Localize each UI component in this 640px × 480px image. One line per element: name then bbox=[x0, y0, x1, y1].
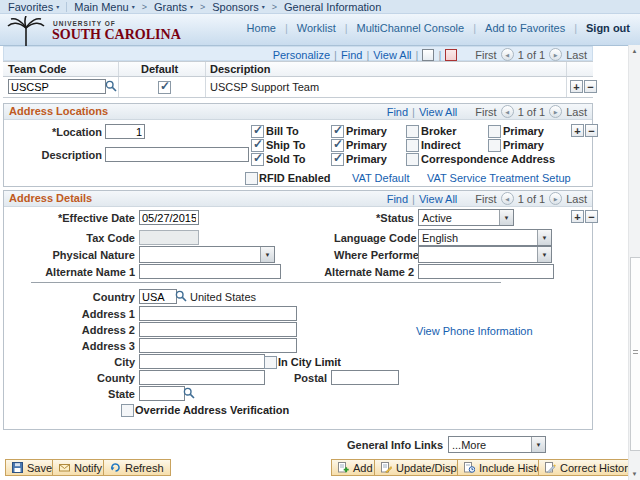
indirect-primary-checkbox[interactable] bbox=[488, 139, 501, 152]
scrollbar-thumb[interactable] bbox=[630, 257, 640, 451]
language-code-value: English bbox=[419, 230, 537, 245]
add-row-button[interactable]: + bbox=[570, 80, 583, 93]
vat-service-treatment-setup-link[interactable]: VAT Service Treatment Setup bbox=[427, 172, 571, 184]
home-link[interactable]: Home bbox=[247, 22, 276, 34]
effective-date-input[interactable] bbox=[139, 210, 199, 225]
vat-default-link[interactable]: VAT Default bbox=[352, 172, 409, 184]
in-city-limit-checkbox[interactable] bbox=[264, 356, 277, 369]
support-teams-toolbar: Personalize | Find | View All | | First … bbox=[3, 46, 593, 61]
postal-input[interactable] bbox=[331, 370, 399, 385]
description-input[interactable] bbox=[105, 147, 249, 162]
rfid-enabled-label: RFID Enabled bbox=[259, 172, 331, 184]
multichannel-console-link[interactable]: MultiChannel Console bbox=[357, 22, 465, 34]
search-icon[interactable] bbox=[105, 80, 117, 92]
refresh-icon bbox=[110, 462, 121, 473]
address-details-header: Address Details Find | View All First ◀ … bbox=[4, 191, 592, 207]
notify-button[interactable]: Notify bbox=[52, 459, 109, 476]
find-link[interactable]: Find bbox=[387, 106, 408, 118]
correct-history-button-label: Correct History bbox=[560, 462, 633, 474]
scroll-up-icon[interactable]: ▲ bbox=[629, 45, 640, 57]
country-input[interactable] bbox=[139, 289, 177, 304]
delete-row-button[interactable]: − bbox=[584, 80, 597, 93]
vertical-scrollbar[interactable]: ▲ ▼ bbox=[628, 45, 640, 480]
city-label: City bbox=[35, 356, 135, 368]
broker-primary-checkbox[interactable] bbox=[488, 125, 501, 138]
where-performed-value bbox=[419, 247, 537, 262]
alternate-name-1-input[interactable] bbox=[139, 264, 281, 279]
physical-nature-select[interactable]: ▼ bbox=[139, 246, 275, 263]
correct-history-button[interactable]: Correct History bbox=[538, 459, 640, 476]
search-icon[interactable] bbox=[175, 290, 187, 302]
refresh-button-label: Refresh bbox=[125, 462, 164, 474]
search-icon[interactable] bbox=[183, 387, 195, 399]
indirect-checkbox[interactable] bbox=[406, 139, 419, 152]
sign-out-link[interactable]: Sign out bbox=[586, 22, 630, 34]
country-display-name: United States bbox=[190, 291, 256, 303]
next-row-icon[interactable]: ▶ bbox=[549, 105, 562, 118]
where-performed-select[interactable]: ▼ bbox=[418, 246, 552, 263]
location-input[interactable] bbox=[105, 124, 145, 139]
breadcrumb-main-menu[interactable]: Main Menu ▾ bbox=[74, 1, 134, 13]
scroll-down-icon[interactable]: ▼ bbox=[629, 468, 640, 480]
status-select[interactable]: Active ▼ bbox=[418, 209, 514, 226]
worklist-link[interactable]: Worklist bbox=[297, 22, 336, 34]
country-label: Country bbox=[35, 291, 135, 303]
personalize-link[interactable]: Personalize bbox=[273, 49, 330, 61]
state-input[interactable] bbox=[139, 386, 185, 401]
previous-row-icon[interactable]: ◀ bbox=[501, 192, 514, 205]
previous-row-icon[interactable]: ◀ bbox=[501, 105, 514, 118]
header-links: Home | Worklist | MultiChannel Console |… bbox=[247, 22, 630, 34]
breadcrumb-favorites[interactable]: Favorites ▾ bbox=[8, 1, 59, 13]
find-link[interactable]: Find bbox=[387, 193, 408, 205]
broker-primary-label: Primary bbox=[503, 125, 544, 137]
county-input[interactable] bbox=[139, 370, 265, 385]
first-label: First bbox=[475, 106, 496, 118]
indirect-primary-label: Primary bbox=[503, 139, 544, 151]
alternate-name-2-input[interactable] bbox=[418, 264, 554, 279]
add-to-favorites-link[interactable]: Add to Favorites bbox=[485, 22, 565, 34]
address-1-label: Address 1 bbox=[35, 308, 135, 320]
next-row-icon[interactable]: ▶ bbox=[549, 192, 562, 205]
address-1-input[interactable] bbox=[139, 306, 297, 321]
view-phone-information-link[interactable]: View Phone Information bbox=[416, 325, 533, 337]
sold-primary-checkbox[interactable] bbox=[331, 153, 344, 166]
breadcrumb-grants[interactable]: Grants ▾ bbox=[154, 1, 193, 13]
delete-row-button[interactable]: − bbox=[585, 124, 598, 137]
zoom-grid-icon[interactable] bbox=[422, 49, 434, 61]
general-info-links-select[interactable]: ...More ▼ bbox=[448, 436, 546, 453]
breadcrumb-main-menu-label: Main Menu bbox=[74, 1, 128, 13]
broker-checkbox[interactable] bbox=[406, 125, 419, 138]
default-checkbox[interactable] bbox=[158, 81, 171, 94]
general-info-links-label: General Info Links bbox=[343, 439, 443, 451]
postal-label: Postal bbox=[287, 372, 327, 384]
rfid-enabled-checkbox[interactable] bbox=[245, 172, 258, 185]
add-row-button[interactable]: + bbox=[571, 210, 584, 223]
correspondence-address-checkbox[interactable] bbox=[406, 153, 419, 166]
view-all-link[interactable]: View All bbox=[373, 49, 411, 61]
add-row-button[interactable]: + bbox=[571, 124, 584, 137]
alternate-name-1-label: Alternate Name 1 bbox=[35, 266, 135, 278]
sold-to-checkbox[interactable] bbox=[251, 153, 264, 166]
view-all-link[interactable]: View All bbox=[419, 106, 457, 118]
where-performed-label: Where Performed bbox=[334, 249, 414, 261]
address-3-input[interactable] bbox=[139, 338, 297, 353]
column-header-description: Description bbox=[210, 63, 271, 75]
city-input[interactable] bbox=[139, 354, 265, 369]
previous-row-icon[interactable]: ◀ bbox=[501, 48, 514, 61]
refresh-button[interactable]: Refresh bbox=[103, 459, 171, 476]
find-link[interactable]: Find bbox=[341, 49, 362, 61]
next-row-icon[interactable]: ▶ bbox=[549, 48, 562, 61]
download-to-excel-icon[interactable] bbox=[445, 49, 457, 61]
notify-button-label: Notify bbox=[74, 462, 102, 474]
view-all-link[interactable]: View All bbox=[419, 193, 457, 205]
add-button[interactable]: Add bbox=[331, 459, 380, 476]
team-code-input[interactable] bbox=[8, 79, 106, 94]
general-info-links-value: ...More bbox=[449, 437, 531, 452]
override-address-verification-checkbox[interactable] bbox=[121, 404, 134, 417]
address-2-input[interactable] bbox=[139, 322, 297, 337]
language-code-select[interactable]: English ▼ bbox=[418, 229, 552, 246]
breadcrumb-sponsors[interactable]: Sponsors ▾ bbox=[212, 1, 265, 13]
in-city-limit-label: In City Limit bbox=[278, 356, 341, 368]
save-button[interactable]: Save bbox=[5, 459, 59, 476]
delete-row-button[interactable]: − bbox=[585, 210, 598, 223]
